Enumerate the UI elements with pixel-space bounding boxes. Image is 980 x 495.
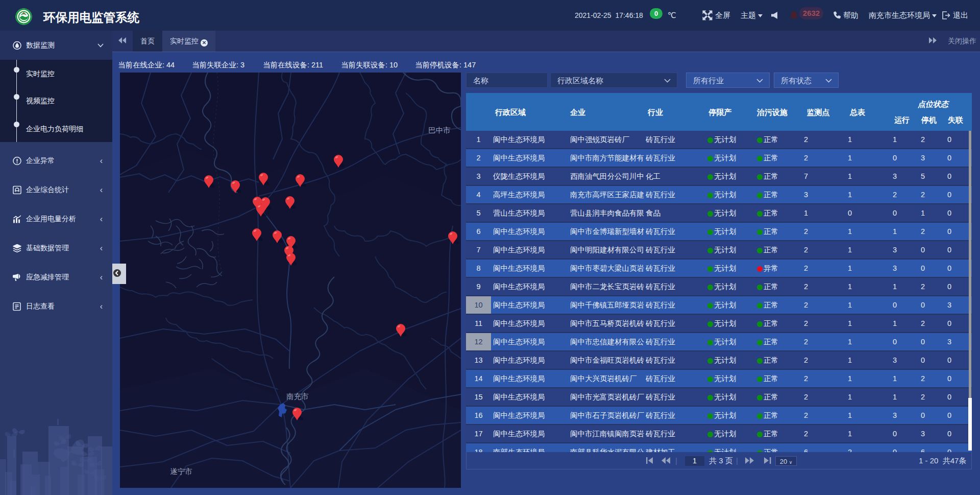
svg-text:巴中市: 巴中市: [428, 126, 451, 134]
svg-text:南充市: 南充市: [286, 392, 309, 400]
svg-text:遂宁市: 遂宁市: [170, 467, 192, 476]
